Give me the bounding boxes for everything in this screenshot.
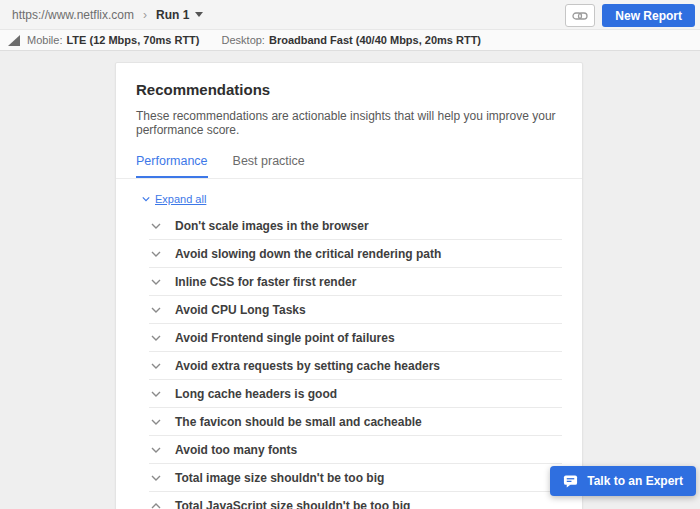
recommendation-title: Don't scale images in the browser bbox=[175, 219, 369, 233]
run-selector-label: Run 1 bbox=[156, 8, 189, 22]
chevron-down-icon bbox=[151, 475, 161, 481]
recommendations-card: Recommendations These recommendations ar… bbox=[115, 62, 583, 509]
tab-bar: Performance Best practice bbox=[116, 154, 582, 179]
recommendations-list: Don't scale images in the browser Avoid … bbox=[149, 212, 562, 509]
recommendation-row[interactable]: Don't scale images in the browser bbox=[149, 212, 562, 240]
signal-icon bbox=[8, 35, 20, 46]
recommendation-title: Avoid too many fonts bbox=[175, 443, 297, 457]
desktop-connection-label: Desktop: bbox=[222, 34, 265, 46]
chevron-down-icon bbox=[151, 223, 161, 229]
top-bar: https://www.netflix.com › Run 1 New Repo… bbox=[0, 0, 700, 30]
chevron-down-icon bbox=[151, 251, 161, 257]
expand-all-control[interactable]: Expand all bbox=[142, 193, 562, 205]
desktop-connection: Desktop: Broadband Fast (40/40 Mbps, 20m… bbox=[222, 34, 482, 46]
recommendation-row[interactable]: Avoid CPU Long Tasks bbox=[149, 296, 562, 324]
tab-best-practice[interactable]: Best practice bbox=[233, 154, 305, 178]
mobile-connection-value: LTE (12 Mbps, 70ms RTT) bbox=[66, 34, 199, 46]
recommendation-title: Avoid extra requests by setting cache he… bbox=[175, 359, 440, 373]
connection-bar: Mobile: LTE (12 Mbps, 70ms RTT) Desktop:… bbox=[0, 30, 700, 51]
page-background: Recommendations These recommendations ar… bbox=[0, 52, 700, 509]
recommendation-title: Inline CSS for faster first render bbox=[175, 275, 356, 289]
recommendation-title: Total JavaScript size shouldn't be too b… bbox=[175, 499, 410, 509]
chevron-down-icon bbox=[151, 307, 161, 313]
new-report-button[interactable]: New Report bbox=[602, 4, 695, 27]
mobile-connection-label: Mobile: bbox=[27, 34, 62, 46]
desktop-connection-value: Broadband Fast (40/40 Mbps, 20ms RTT) bbox=[269, 34, 481, 46]
recommendation-title: The favicon should be small and cacheabl… bbox=[175, 415, 422, 429]
talk-to-expert-button[interactable]: Talk to an Expert bbox=[550, 466, 696, 496]
recommendation-title: Long cache headers is good bbox=[175, 387, 337, 401]
chat-icon bbox=[563, 474, 578, 488]
recommendation-row[interactable]: Total image size shouldn't be too big bbox=[149, 464, 562, 492]
page-title: Recommendations bbox=[136, 81, 562, 98]
recommendation-row[interactable]: Avoid too many fonts bbox=[149, 436, 562, 464]
expand-all-link: Expand all bbox=[155, 193, 206, 205]
recommendation-row[interactable]: Total JavaScript size shouldn't be too b… bbox=[149, 492, 562, 509]
chevron-down-icon bbox=[151, 391, 161, 397]
chevron-down-icon bbox=[151, 279, 161, 285]
chevron-down-icon bbox=[142, 196, 150, 202]
recommendation-title: Avoid Frontend single point of failures bbox=[175, 331, 395, 345]
mobile-connection: Mobile: LTE (12 Mbps, 70ms RTT) bbox=[27, 34, 200, 46]
recommendation-title: Total image size shouldn't be too big bbox=[175, 471, 384, 485]
recommendation-row[interactable]: Avoid slowing down the critical renderin… bbox=[149, 240, 562, 268]
recommendation-row[interactable]: Avoid Frontend single point of failures bbox=[149, 324, 562, 352]
tab-performance[interactable]: Performance bbox=[136, 154, 208, 178]
recommendation-title: Avoid CPU Long Tasks bbox=[175, 303, 306, 317]
chevron-down-icon bbox=[195, 12, 203, 17]
chevron-down-icon bbox=[151, 419, 161, 425]
breadcrumb-url[interactable]: https://www.netflix.com bbox=[12, 8, 134, 22]
recommendation-title: Avoid slowing down the critical renderin… bbox=[175, 247, 441, 261]
talk-to-expert-label: Talk to an Expert bbox=[587, 474, 683, 488]
chevron-down-icon bbox=[151, 335, 161, 341]
chevron-down-icon bbox=[151, 447, 161, 453]
link-icon bbox=[572, 11, 588, 21]
breadcrumb-separator-icon: › bbox=[143, 8, 147, 22]
chevron-up-icon bbox=[151, 503, 161, 509]
recommendation-row[interactable]: Inline CSS for faster first render bbox=[149, 268, 562, 296]
recommendation-row[interactable]: The favicon should be small and cacheabl… bbox=[149, 408, 562, 436]
recommendation-row[interactable]: Long cache headers is good bbox=[149, 380, 562, 408]
chevron-down-icon bbox=[151, 363, 161, 369]
copy-link-button[interactable] bbox=[565, 4, 595, 27]
recommendation-row[interactable]: Avoid extra requests by setting cache he… bbox=[149, 352, 562, 380]
card-description: These recommendations are actionable ins… bbox=[136, 109, 562, 137]
run-selector[interactable]: Run 1 bbox=[156, 8, 203, 22]
